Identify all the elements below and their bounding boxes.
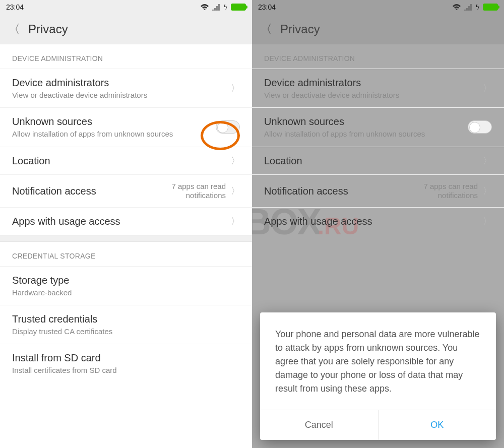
phone-left: 23:04 ϟ 〈 Privacy DEVICE ADMINISTRATION … <box>0 0 252 448</box>
back-button[interactable]: 〈 <box>8 21 20 37</box>
row-title: Storage type <box>12 274 240 287</box>
row-subtitle: Hardware-backed <box>12 288 240 298</box>
row-subtitle: Install certificates from SD card <box>12 365 240 375</box>
row-device-administrators: Device administrators View or deactivate… <box>252 69 504 107</box>
wifi-icon <box>452 4 461 11</box>
status-icons: ϟ <box>200 4 246 11</box>
row-value: 7 apps can read notifications <box>402 182 478 200</box>
signal-icon <box>464 4 472 11</box>
row-usage-access: Apps with usage access 〉 <box>252 207 504 235</box>
row-title: Device administrators <box>264 76 478 89</box>
section-credential-storage: CREDENTIAL STORAGE <box>0 242 252 266</box>
row-trusted-credentials[interactable]: Trusted credentials Display trusted CA c… <box>0 305 252 344</box>
page-header: 〈 Privacy <box>0 14 252 44</box>
row-subtitle: Allow installation of apps from unknown … <box>264 129 463 139</box>
row-unknown-sources[interactable]: Unknown sources Allow installation of ap… <box>0 107 252 146</box>
section-device-admin: DEVICE ADMINISTRATION <box>0 44 252 69</box>
wifi-icon <box>200 4 209 11</box>
chevron-right-icon: 〉 <box>231 82 240 94</box>
row-subtitle: View or deactivate device administrators <box>12 90 226 100</box>
page-title: Privacy <box>280 22 320 36</box>
row-title: Location <box>12 154 226 167</box>
chevron-right-icon: 〉 <box>483 82 492 94</box>
row-location[interactable]: Location 〉 <box>0 147 252 174</box>
chevron-right-icon: 〉 <box>231 215 240 227</box>
clock: 23:04 <box>258 3 276 11</box>
section-separator <box>0 235 252 242</box>
row-title: Install from SD card <box>12 351 240 364</box>
row-usage-access[interactable]: Apps with usage access 〉 <box>0 207 252 235</box>
dialog-cancel-button[interactable]: Cancel <box>260 410 378 440</box>
status-bar: 23:04 ϟ <box>0 0 252 14</box>
row-subtitle: Allow installation of apps from unknown … <box>12 129 211 139</box>
row-device-administrators[interactable]: Device administrators View or deactivate… <box>0 69 252 107</box>
charging-icon: ϟ <box>475 4 480 11</box>
status-icons: ϟ <box>452 4 498 11</box>
signal-icon <box>212 4 220 11</box>
phone-right: 23:04 ϟ 〈 Privacy DEVICE ADMINISTRATION … <box>252 0 504 448</box>
row-title: Apps with usage access <box>264 215 478 228</box>
row-title: Trusted credentials <box>12 312 240 326</box>
charging-icon: ϟ <box>223 4 228 11</box>
battery-icon <box>231 4 246 11</box>
row-unknown-sources: Unknown sources Allow installation of ap… <box>252 107 504 146</box>
chevron-right-icon: 〉 <box>231 155 240 167</box>
status-bar: 23:04 ϟ <box>252 0 504 14</box>
chevron-right-icon: 〉 <box>483 185 492 197</box>
clock: 23:04 <box>6 3 24 11</box>
unknown-sources-toggle[interactable] <box>216 120 240 134</box>
row-location: Location 〉 <box>252 147 504 174</box>
row-value: 7 apps can read notifications <box>150 182 226 200</box>
row-notification-access[interactable]: Notification access 7 apps can read noti… <box>0 174 252 207</box>
row-subtitle: Display trusted CA certificates <box>12 327 240 337</box>
chevron-right-icon: 〉 <box>483 215 492 227</box>
section-device-admin: DEVICE ADMINISTRATION <box>252 44 504 69</box>
row-subtitle: View or deactivate device administrators <box>264 90 478 100</box>
row-title: Notification access <box>264 184 397 198</box>
unknown-sources-toggle <box>468 120 492 134</box>
page-title: Privacy <box>28 22 68 36</box>
page-header: 〈 Privacy <box>252 14 504 44</box>
back-button[interactable]: 〈 <box>260 21 272 37</box>
row-title: Apps with usage access <box>12 215 226 228</box>
row-install-sd[interactable]: Install from SD card Install certificate… <box>0 344 252 382</box>
dialog-ok-button[interactable]: OK <box>378 410 496 440</box>
row-title: Location <box>264 154 478 167</box>
chevron-right-icon: 〉 <box>483 155 492 167</box>
confirmation-dialog: Your phone and personal data are more vu… <box>260 312 496 440</box>
row-notification-access: Notification access 7 apps can read noti… <box>252 174 504 207</box>
row-title: Notification access <box>12 184 145 198</box>
row-title: Unknown sources <box>264 115 463 128</box>
dialog-message: Your phone and personal data are more vu… <box>260 312 496 410</box>
chevron-right-icon: 〉 <box>231 185 240 197</box>
row-title: Device administrators <box>12 76 226 89</box>
row-title: Unknown sources <box>12 115 211 128</box>
row-storage-type[interactable]: Storage type Hardware-backed <box>0 266 252 305</box>
battery-icon <box>483 4 498 11</box>
